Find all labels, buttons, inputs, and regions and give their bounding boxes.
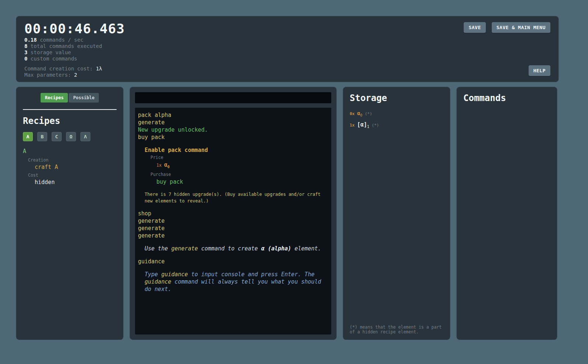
recipe-detail: A Creation craft A Cost hidden: [23, 148, 117, 186]
commands-panel: Commands: [457, 87, 557, 340]
console-text: generate: [171, 245, 198, 252]
creation-value: craft A: [23, 164, 117, 170]
element-button-Ω[interactable]: Ω: [66, 132, 76, 141]
console-line: Purchase: [138, 171, 328, 178]
cost-line: Max parameters: 2: [24, 72, 550, 78]
stat-label: custom commands: [27, 56, 77, 62]
console-text: guidance: [145, 278, 171, 285]
console-text: guidance: [161, 271, 188, 278]
console-text: Purchase: [151, 172, 171, 177]
stat-value: 0.18: [24, 37, 37, 43]
cost-label: Command creation cost:: [24, 66, 96, 72]
storage-star: (*): [362, 111, 372, 116]
storage-star: (*): [369, 123, 379, 128]
stat-line: 8 total commands executed: [24, 43, 550, 49]
console-line: Use the generate command to create α (al…: [138, 245, 328, 252]
console-blank-line: [138, 265, 328, 271]
console-blank-line: [138, 252, 328, 258]
console-panel: pack alphagenerateNew upgrade unlocked.b…: [130, 87, 336, 340]
recipes-tabs: RecipesPossible: [23, 93, 117, 103]
console-line: new elements to reveal.): [138, 198, 328, 204]
console-text: shop: [138, 210, 151, 217]
console-blank-line: [138, 239, 328, 245]
storage-element-name: [α]: [357, 121, 367, 128]
cost-value: 1λ: [96, 66, 102, 72]
element-button-C[interactable]: C: [52, 132, 62, 141]
console-line: generate: [138, 217, 328, 225]
console-text: α: [164, 162, 167, 168]
storage-count: 1x: [350, 123, 357, 128]
console-blank-line: [138, 141, 328, 146]
storage-item: 0x α0 (*): [350, 108, 443, 120]
stat-label: commands / sec: [37, 37, 83, 43]
console-text: buy pack: [156, 178, 183, 185]
console-text: Use the: [145, 245, 171, 252]
header-panel: 00:00:46.463 0.18 commands / sec8 total …: [16, 16, 558, 82]
storage-items: 0x α0 (*)1x [α]1 (*): [350, 108, 443, 131]
console-text: generate: [138, 232, 165, 239]
element-button-B[interactable]: B: [37, 132, 47, 141]
cost-value: hidden: [23, 179, 117, 186]
cost-label: Cost: [23, 173, 117, 178]
recipes-title: Recipes: [23, 116, 117, 126]
stat-line: 0 custom commands: [24, 56, 550, 62]
creation-label: Creation: [23, 157, 117, 163]
tab-recipes[interactable]: Recipes: [41, 93, 68, 103]
console-line: generate: [138, 225, 328, 232]
console-text: 1x: [156, 163, 164, 168]
recipes-panel: RecipesPossible Recipes ABCΩΛ A Creation…: [16, 87, 123, 340]
console-line: buy pack: [138, 134, 328, 141]
console-text: Enable pack command: [145, 147, 208, 153]
storage-footnote: (*) means that the element is a part of …: [350, 325, 443, 334]
element-button-Λ[interactable]: Λ: [80, 132, 90, 141]
console-text: command to create: [198, 245, 262, 252]
cost-label: Max parameters:: [24, 72, 74, 78]
storage-panel: Storage 0x α0 (*)1x [α]1 (*) (*) means t…: [343, 87, 450, 340]
element-buttons: ABCΩΛ: [23, 132, 117, 141]
console-line: shop: [138, 210, 328, 217]
console-text: new elements to reveal.): [145, 198, 208, 204]
console-line: Type guidance to input console and press…: [138, 271, 328, 278]
console-text: Price: [151, 155, 163, 160]
stat-line: 3 storage value: [24, 49, 550, 56]
console-line: Enable pack command: [138, 146, 328, 154]
console-text: generate: [138, 218, 165, 224]
subscript: 0: [167, 165, 170, 169]
save-button[interactable]: SAVE: [464, 22, 485, 33]
stats-list: 0.18 commands / sec8 total commands exec…: [24, 37, 550, 62]
console-line: generate: [138, 119, 328, 126]
storage-item: 1x [α]1 (*): [350, 120, 443, 131]
console-line: pack alpha: [138, 111, 328, 119]
console-line: guidance: [138, 258, 328, 265]
console-text: command will always tell you what you sh…: [171, 278, 321, 285]
cost-value: 2: [74, 72, 77, 78]
console-line: 1x α0: [138, 161, 328, 171]
element-button-A[interactable]: A: [23, 132, 33, 141]
console-line: buy pack: [138, 178, 328, 186]
header-buttons: SAVE SAVE & MAIN MENU: [464, 22, 550, 33]
save-main-menu-button[interactable]: SAVE & MAIN MENU: [492, 22, 550, 33]
console-line: New upgrade unlocked.: [138, 126, 328, 134]
console-text: New upgrade unlocked.: [138, 126, 208, 133]
console-input[interactable]: [135, 92, 331, 103]
storage-count: 0x: [350, 111, 357, 116]
console-text: to input console and press Enter. The: [188, 271, 314, 278]
console-line: generate: [138, 232, 328, 239]
console-text: α (alpha): [261, 245, 291, 252]
console-text: guidance: [138, 258, 165, 265]
cost-line: Command creation cost: 1λ: [24, 66, 550, 72]
console-output[interactable]: pack alphagenerateNew upgrade unlocked.b…: [135, 108, 331, 334]
console-text: Type: [145, 271, 161, 278]
tab-possible[interactable]: Possible: [69, 93, 99, 103]
console-blank-line: [138, 204, 328, 210]
selected-element-name: A: [23, 148, 117, 155]
console-text: generate: [138, 225, 165, 232]
cost-lines: Command creation cost: 1λMax parameters:…: [24, 66, 550, 78]
console-text: generate: [138, 119, 165, 126]
console-blank-line: [138, 186, 328, 191]
console-line: Price: [138, 154, 328, 161]
help-button[interactable]: HELP: [529, 65, 550, 76]
console-text: do next.: [145, 286, 171, 292]
stat-label: storage value: [27, 49, 71, 55]
console-line: guidance command will always tell you wh…: [138, 278, 328, 285]
